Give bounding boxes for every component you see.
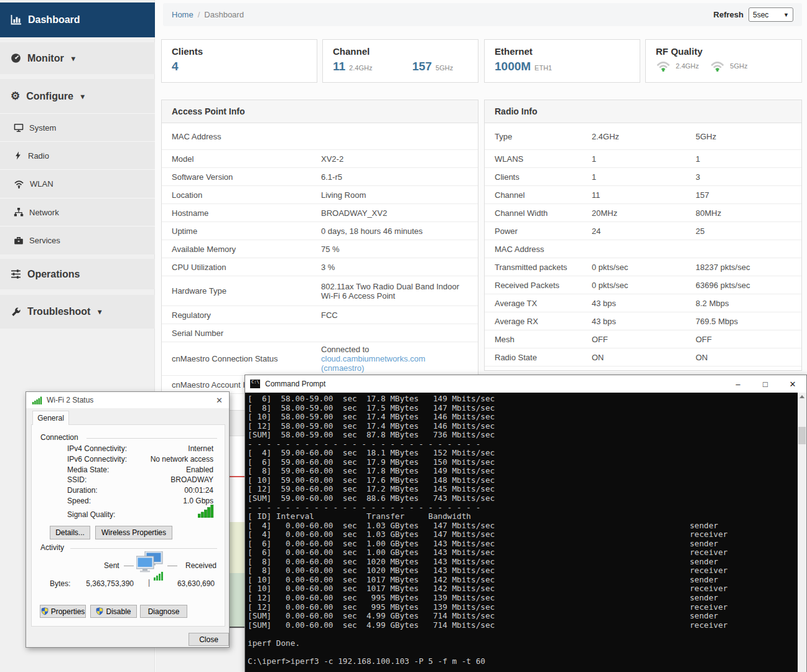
console-scrollbar[interactable]: [798, 393, 806, 672]
channel-card-title: Channel: [333, 46, 468, 57]
sitemap-icon: [14, 207, 24, 217]
table-row: CPU Utilization3 %: [162, 258, 478, 276]
close-icon[interactable]: ✕: [779, 375, 806, 393]
rf-signal-24-icon: [656, 60, 671, 72]
bytes-divider: |: [148, 578, 150, 587]
ssid-value: BROADWAY: [170, 475, 213, 484]
sent-label: Sent: [104, 561, 119, 570]
details-button[interactable]: Details...: [50, 526, 90, 539]
sidebar-item-network[interactable]: Network: [0, 198, 155, 226]
signal-bars-icon: [32, 396, 42, 404]
access-point-info-title: Access Point Info: [162, 100, 478, 123]
ipv6-value: No network access: [151, 455, 213, 464]
table-row: cnMaestro Connection Status Connected to…: [162, 342, 478, 376]
tab-general[interactable]: General: [32, 411, 69, 425]
ipv6-label: IPv6 Connectivity:: [67, 455, 127, 464]
table-row: Uptime0 days, 18 hours 46 minutes: [162, 222, 478, 240]
speed-value: 1.0 Gbps: [183, 497, 213, 505]
command-prompt-titlebar[interactable]: C:\ Command Prompt – □ ✕: [245, 375, 806, 393]
signal-quality-label: Signal Quality:: [67, 510, 115, 519]
wifi-status-dialog: Wi-Fi 2 Status ✕ General Connection IPv4…: [26, 391, 230, 648]
scrollbar-thumb[interactable]: [798, 427, 806, 444]
table-row: Received Packets0 pkts/sec63696 pkts/sec: [485, 276, 801, 294]
sidebar-item-troubleshoot[interactable]: Troubleshoot ▾: [0, 295, 155, 329]
table-row: Clients13: [485, 168, 801, 186]
channel-card: Channel 11 2.4GHz 157 5GHz: [322, 39, 478, 83]
gauge-icon: [11, 53, 21, 63]
sidebar-item-radio[interactable]: Radio: [0, 141, 155, 169]
gear-icon: ⚙: [11, 91, 20, 101]
breadcrumb-home-link[interactable]: Home: [172, 10, 194, 19]
sidebar-troubleshoot-label: Troubleshoot: [27, 306, 90, 317]
sidebar-item-dashboard[interactable]: Dashboard: [0, 2, 155, 37]
monitor-icon: [14, 123, 24, 133]
console-output: [ 6] 58.00-59.00 sec 17.8 MBytes 149 Mbi…: [245, 393, 806, 672]
console-text: [ 6] 58.00-59.00 sec 17.8 MBytes 149 Mbi…: [248, 394, 728, 666]
table-row: RegulatoryFCC: [162, 306, 478, 324]
shield-icon: [41, 607, 49, 615]
sidebar-network-label: Network: [29, 208, 59, 217]
table-row: HostnameBROADWAY_XV2: [162, 204, 478, 222]
rf-quality-card: RF Quality 2.4GHz 5GHz: [645, 39, 802, 83]
clients-card-title: Clients: [172, 46, 307, 57]
access-point-info-panel: Access Point Info MAC Address ModelXV2-2…: [161, 100, 478, 411]
breadcrumb: Home / Dashboard Refresh 5sec ▼: [163, 3, 802, 26]
received-label: Received: [185, 561, 217, 570]
channel-24-unit: 2.4GHz: [349, 64, 372, 72]
close-icon[interactable]: ✕: [216, 396, 223, 405]
wifi-dialog-page: Connection IPv4 Connectivity:Internet IP…: [31, 424, 225, 627]
maximize-icon[interactable]: □: [752, 375, 779, 393]
ipv4-value: Internet: [188, 444, 213, 453]
wireless-properties-button[interactable]: Wireless Properties: [95, 526, 172, 539]
duration-value: 00:01:24: [184, 486, 213, 495]
sidebar-item-configure[interactable]: ⚙ Configure ▾: [0, 79, 155, 113]
close-button[interactable]: Close: [189, 633, 229, 646]
bytes-sent-value: 5,363,753,390: [80, 579, 134, 588]
rf-signal-5-icon: [710, 60, 725, 72]
sidebar-configure-label: Configure: [26, 91, 73, 102]
sidebar-item-system[interactable]: System: [0, 113, 155, 141]
channel-5-value: 157: [412, 60, 432, 73]
channel-5-unit: 5GHz: [436, 64, 453, 72]
table-row: WLANS11: [485, 150, 801, 168]
table-row: Available Memory75 %: [162, 240, 478, 258]
ethernet-card: Ethernet 1000M ETH1: [484, 39, 640, 83]
sidebar-item-wlan[interactable]: WLAN: [0, 169, 155, 198]
breadcrumb-current: Dashboard: [204, 10, 244, 19]
signal-quality-bars-icon: [198, 505, 214, 518]
ethernet-card-title: Ethernet: [495, 46, 630, 57]
sidebar-item-monitor[interactable]: Monitor ▾: [0, 42, 155, 74]
bar-chart-icon: [11, 15, 22, 25]
table-row: Average RX43 bps769.5 Mbps: [485, 312, 801, 330]
table-row: MAC Address: [162, 123, 478, 150]
diagnose-button[interactable]: Diagnose: [140, 605, 187, 618]
cnmaestro-link[interactable]: cloud.cambiumnetworks.com (cnmaestro): [321, 354, 426, 373]
wifi-dialog-titlebar[interactable]: Wi-Fi 2 Status ✕: [26, 392, 229, 408]
table-row: Channel11157: [485, 186, 801, 204]
screen: Dashboard Monitor ▾ ⚙ Configure ▾ System…: [0, 0, 807, 672]
refresh-select[interactable]: 5sec ▼: [749, 7, 793, 22]
refresh-label: Refresh: [714, 10, 744, 19]
rf-quality-card-title: RF Quality: [656, 46, 791, 57]
radio-info-panel: Radio Info Type2.4GHz5GHz WLANS11 Client…: [484, 100, 802, 371]
sidebar-system-label: System: [29, 123, 56, 133]
breadcrumb-separator: /: [198, 10, 200, 19]
select-caret-icon: ▼: [783, 12, 789, 18]
properties-button[interactable]: Properties: [40, 605, 86, 618]
briefcase-icon: [14, 236, 24, 246]
disable-button[interactable]: Disable: [90, 605, 137, 618]
sidebar-item-operations[interactable]: Operations: [0, 259, 155, 289]
scroll-up-icon[interactable]: [800, 395, 805, 398]
sidebar-item-services[interactable]: Services: [0, 226, 155, 254]
command-prompt-icon: C:\: [250, 380, 260, 388]
rf-5-label: 5GHz: [730, 62, 747, 70]
duration-label: Duration:: [67, 486, 98, 495]
sidebar-operations-label: Operations: [27, 269, 80, 280]
channel-24-value: 11: [333, 60, 345, 73]
radio-info-title: Radio Info: [485, 100, 801, 123]
sidebar-radio-label: Radio: [28, 151, 49, 161]
minimize-icon[interactable]: –: [724, 375, 752, 393]
activity-group-label: Activity: [40, 543, 64, 552]
sidebar-dashboard-label: Dashboard: [28, 14, 80, 26]
bolt-icon: [14, 151, 22, 161]
